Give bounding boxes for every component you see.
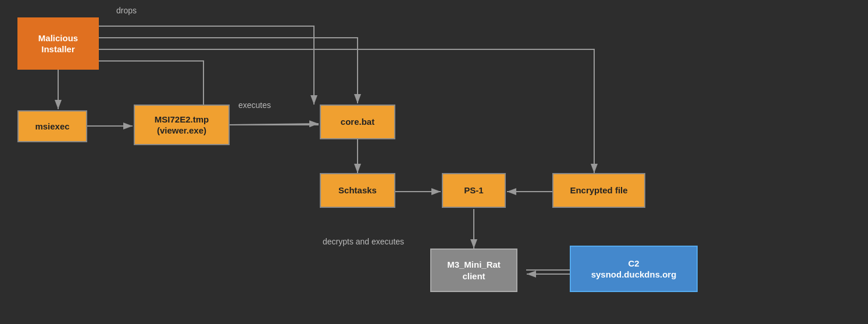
label-drops: drops <box>116 6 137 15</box>
node-malicious-installer: Malicious Installer <box>17 17 99 70</box>
node-msiexec: msiexec <box>17 110 87 142</box>
label-executes: executes <box>238 100 271 110</box>
node-msi72e2: MSI72E2.tmp(viewer.exe) <box>134 105 230 145</box>
label-decrypts-executes: decrypts and executes <box>323 237 404 246</box>
node-c2: C2sysnod.duckdns.org <box>570 246 698 292</box>
node-ps1: PS-1 <box>442 173 506 208</box>
node-m3-mini-rat: M3_Mini_Ratclient <box>430 249 517 292</box>
diagram-container: drops executes decrypts and executes <box>0 0 868 324</box>
svg-line-3 <box>230 124 319 125</box>
node-core-bat: core.bat <box>320 105 395 139</box>
node-schtasks: Schtasks <box>320 173 395 208</box>
node-encrypted-file: Encrypted file <box>552 173 645 208</box>
